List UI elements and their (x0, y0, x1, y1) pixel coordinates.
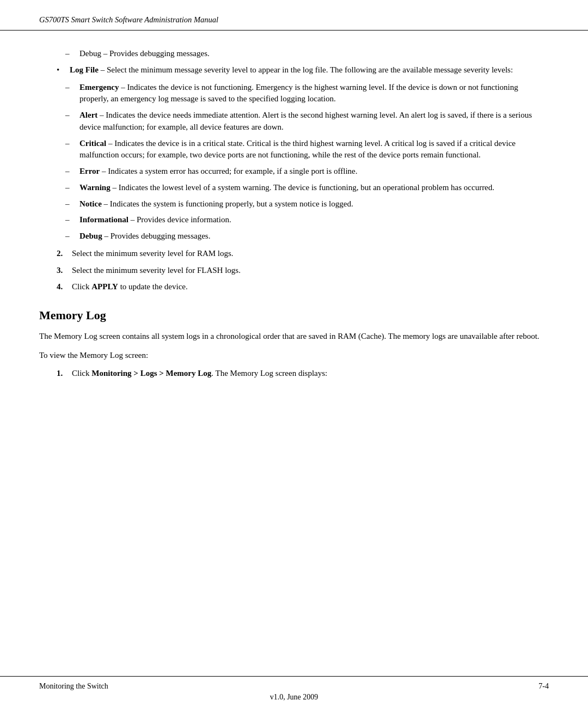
dash-item-notice: – Notice – Indicates the system is funct… (39, 198, 549, 210)
memory-log-heading: Memory Log (39, 308, 549, 322)
dash-item-error: – Error – Indicates a system error has o… (39, 166, 549, 178)
dash-text-debug: Debug – Provides debugging messages. (79, 230, 549, 242)
step1-text-after: . The Memory Log screen displays: (211, 369, 327, 378)
bold-informational: Informational (79, 215, 128, 224)
header-title: GS700TS Smart Switch Software Administra… (39, 15, 218, 24)
page-header: GS700TS Smart Switch Software Administra… (0, 0, 588, 31)
log-file-bullet-list: • Log File – Select the minimum message … (39, 64, 549, 76)
text-alert: – Indicates the device needs immediate a… (79, 111, 532, 131)
dash-text-alert: Alert – Indicates the device needs immed… (79, 109, 549, 133)
numbered-text-3: Select the minimum severity level for FL… (72, 265, 549, 277)
numbered-steps-list: 2. Select the minimum severity level for… (39, 248, 549, 293)
dash-text-error: Error – Indicates a system error has occ… (79, 166, 549, 178)
bold-warning: Warning (79, 183, 111, 192)
log-file-desc: – Select the minimum message severity le… (101, 65, 513, 74)
dash-text-debug-intro: Debug – Provides debugging messages. (79, 48, 549, 60)
dash-text-critical: Critical – Indicates the device is in a … (79, 138, 549, 162)
footer-center-text: v1.0, June 2009 (270, 693, 318, 701)
memory-log-para2: To view the Memory Log screen: (39, 349, 549, 362)
text-warning: – Indicates the lowest level of a system… (112, 183, 494, 192)
numbered-item-2: 2. Select the minimum severity level for… (39, 248, 549, 260)
footer-left-text: Monitoring the Switch (39, 682, 108, 691)
memory-log-step1-text: Click Monitoring > Logs > Memory Log. Th… (72, 368, 549, 380)
bold-error: Error (79, 167, 100, 175)
page: GS700TS Smart Switch Software Administra… (0, 0, 588, 706)
dash-item-alert: – Alert – Indicates the device needs imm… (39, 109, 549, 133)
dash-item-debug: – Debug – Provides debugging messages. (39, 230, 549, 242)
step4-text-after: to update the device. (118, 282, 188, 291)
memory-log-step1-number: 1. (57, 368, 72, 380)
log-file-bullet-text: Log File – Select the minimum message se… (70, 64, 549, 76)
step1-bold: Monitoring > Logs > Memory Log (91, 369, 211, 378)
numbered-item-3: 3. Select the minimum severity level for… (39, 265, 549, 277)
bold-notice: Notice (79, 199, 102, 208)
numbered-text-4: Click APPLY to update the device. (72, 281, 549, 293)
memory-log-para1: The Memory Log screen contains all syste… (39, 330, 549, 343)
dash-text-warning: Warning – Indicates the lowest level of … (79, 182, 549, 194)
dash-mark-critical: – (65, 138, 77, 150)
dash-text-informational: Informational – Provides device informat… (79, 214, 549, 226)
bold-alert: Alert (79, 111, 97, 119)
number-mark-3: 3. (57, 265, 72, 277)
memory-log-steps: 1. Click Monitoring > Logs > Memory Log.… (39, 368, 549, 380)
dash-item-emergency: – Emergency – Indicates the device is no… (39, 82, 549, 106)
step4-text-before: Click (72, 282, 91, 291)
number-mark-4: 4. (57, 281, 72, 293)
memory-log-step1: 1. Click Monitoring > Logs > Memory Log.… (39, 368, 549, 380)
number-mark-2: 2. (57, 248, 72, 260)
footer-right-text: 7-4 (538, 682, 549, 691)
step4-apply-bold: APPLY (91, 282, 118, 291)
text-emergency: – Indicates the device is not functionin… (79, 83, 518, 104)
dash-item-critical: – Critical – Indicates the device is in … (39, 138, 549, 162)
dash-mark-notice: – (65, 198, 77, 210)
dash-mark-alert: – (65, 109, 77, 121)
log-file-dash-list: – Emergency – Indicates the device is no… (39, 82, 549, 242)
dash-mark-emergency: – (65, 82, 77, 94)
dash-mark-error: – (65, 166, 77, 178)
bold-critical: Critical (79, 139, 106, 148)
log-file-bold: Log File (70, 65, 99, 74)
intro-dash-list: – Debug – Provides debugging messages. (39, 48, 549, 60)
text-notice: – Indicates the system is functioning pr… (104, 199, 353, 208)
page-footer: Monitoring the Switch 7-4 v1.0, June 200… (0, 676, 588, 706)
footer-row2: v1.0, June 2009 (39, 693, 549, 702)
text-debug: – Provides debugging messages. (104, 232, 210, 240)
dash-mark-informational: – (65, 214, 77, 226)
bold-debug: Debug (79, 232, 102, 240)
text-error: – Indicates a system error has occurred;… (102, 167, 358, 175)
numbered-text-2: Select the minimum severity level for RA… (72, 248, 549, 260)
dash-mark: – (65, 48, 77, 60)
log-file-bullet-item: • Log File – Select the minimum message … (39, 64, 549, 76)
memory-log-section: Memory Log The Memory Log screen contain… (39, 308, 549, 380)
footer-row1: Monitoring the Switch 7-4 (39, 682, 549, 691)
step1-text-before: Click (72, 369, 91, 378)
text-informational: – Provides device information. (131, 215, 231, 224)
dash-text-notice: Notice – Indicates the system is functio… (79, 198, 549, 210)
dash-text-emergency: Emergency – Indicates the device is not … (79, 82, 549, 106)
dash-item-warning: – Warning – Indicates the lowest level o… (39, 182, 549, 194)
main-content: – Debug – Provides debugging messages. •… (0, 31, 588, 676)
dash-item-informational: – Informational – Provides device inform… (39, 214, 549, 226)
dash-item-debug-intro: – Debug – Provides debugging messages. (39, 48, 549, 60)
bold-emergency: Emergency (79, 83, 119, 92)
bullet-dot: • (57, 64, 66, 76)
dash-mark-warning: – (65, 182, 77, 194)
text-critical: – Indicates the device is in a critical … (79, 139, 516, 160)
dash-mark-debug: – (65, 230, 77, 242)
numbered-item-4: 4. Click APPLY to update the device. (39, 281, 549, 293)
